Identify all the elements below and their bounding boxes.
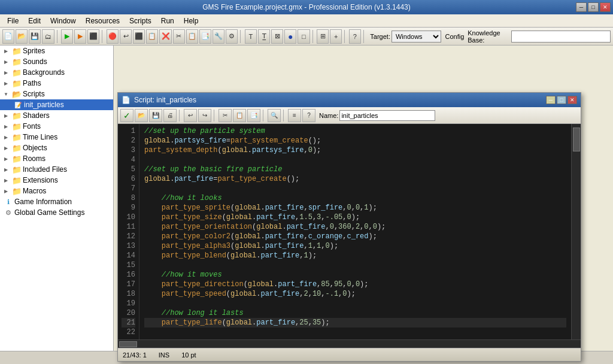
window-controls[interactable]: ─ □ ✕ [576,2,611,12]
new-button[interactable]: 📄 [2,29,14,44]
btn13[interactable]: T [245,29,257,44]
code-token: . [282,222,286,232]
run-button[interactable]: ▶ [61,29,73,44]
menu-file[interactable]: File [2,16,23,26]
minimize-button[interactable]: ─ [576,2,587,12]
sidebar-item-timelines[interactable]: ▶ 📁 Time Lines [0,132,113,142]
script-name-input[interactable] [339,110,435,121]
close-button[interactable]: ✕ [600,2,611,12]
dialog-maximize[interactable]: □ [557,96,566,104]
btn15[interactable]: ⊠ [271,29,283,44]
sidebar-item-paths[interactable]: ▶ 📁 Paths [0,78,113,89]
maximize-button[interactable]: □ [588,2,599,12]
expand-icon: ▶ [1,132,11,142]
expand-icon: ▶ [1,78,11,88]
dialog-minimize[interactable]: ─ [546,96,556,104]
folder-icon: 📁 [12,143,22,153]
btn12[interactable]: ⚙ [226,29,238,44]
print-btn[interactable]: 🖨 [163,109,177,122]
script-list-btn[interactable]: ≡ [288,109,301,122]
copy-btn[interactable]: 📋 [233,109,246,122]
code-line: part_type_sprite(global.part_fire,spr_fi… [144,203,566,213]
btn19[interactable]: + [330,29,342,44]
code-token: global [230,289,256,299]
btn6[interactable]: 📋 [146,29,158,44]
save-button[interactable]: 💾 [29,29,41,44]
sidebar-label: Included Files [23,165,67,174]
btn16[interactable]: ● [284,29,296,44]
btn8[interactable]: ✂ [173,29,185,44]
sidebar-item-fonts[interactable]: ▶ 📁 Fonts [0,121,113,132]
btn5[interactable]: ⬛ [133,29,145,44]
code-token [144,308,162,318]
search-btn[interactable]: 🔍 [268,109,281,122]
code-editor[interactable]: 12345 678910 1112131415 1617181920 2122 … [118,124,581,339]
dialog-controls[interactable]: ─ □ ✕ [546,96,577,104]
btn18[interactable]: ⊞ [317,29,329,44]
open-button[interactable]: 📂 [16,29,28,44]
btn14[interactable]: T̲ [258,29,270,44]
sidebar-item-objects[interactable]: ▶ 📁 Objects [0,142,113,153]
menu-resources[interactable]: Resources [81,16,125,26]
sidebar-item-game-settings[interactable]: ⚙ Global Game Settings [0,207,113,218]
code-token: , [312,213,317,222]
btn11[interactable]: 🔧 [213,29,224,44]
sidebar-item-rooms[interactable]: ▶ 📁 Rooms [0,153,113,164]
btn4[interactable]: ↩ [120,29,132,44]
sidebar-item-extensions[interactable]: ▶ 📁 Extensions [0,175,113,186]
help-button[interactable]: ? [349,29,361,44]
sidebar-item-scripts[interactable]: ▼ 📂 Scripts [0,89,113,99]
btn10[interactable]: 📑 [199,29,211,44]
stop-button[interactable]: ⬛ [87,29,99,44]
sidebar-item-init-particles[interactable]: 📝 init_particles [0,99,113,110]
code-token: global [235,241,260,251]
paste-btn[interactable]: 📑 [247,109,260,122]
btn3[interactable]: 🔴 [107,29,119,44]
btn7[interactable]: ❌ [159,29,171,44]
sidebar-label: Global Game Settings [14,208,84,217]
folder-icon: 📁 [12,78,22,88]
vertical-scrollbar[interactable] [571,124,581,339]
menu-edit[interactable]: Edit [23,16,45,26]
run-debug-button[interactable]: ▶ [74,29,86,44]
code-token: //set up the particle system [144,126,265,136]
code-token: part_type_sprite [162,203,230,213]
btn17[interactable]: □ [298,29,309,44]
code-token: , [304,145,308,155]
sidebar-item-game-info[interactable]: ℹ Game Information [0,196,113,207]
menu-window[interactable]: Window [45,16,81,26]
scrollbar-thumb[interactable] [573,128,580,151]
code-token [144,289,162,299]
check-btn[interactable]: ✓ [120,109,133,122]
sidebar-item-shaders[interactable]: ▶ 📁 Shaders [0,110,113,121]
open-script-btn[interactable]: 📂 [135,109,148,122]
code-token: , [342,232,347,241]
script-editor-dialog: 📄 Script: init_particles ─ □ ✕ ✓ 📂 💾 🖨 ↩… [117,92,581,362]
knowledge-input[interactable] [511,31,611,43]
sidebar-item-macros[interactable]: ▶ 📁 Macros [0,186,113,196]
dialog-close[interactable]: ✕ [568,96,577,104]
target-select[interactable]: Windows [392,31,442,43]
sidebar-item-included-files[interactable]: ▶ 📁 Included Files [0,164,113,175]
btn9[interactable]: 📋 [186,29,198,44]
menu-run[interactable]: Run [156,16,179,26]
save-script-btn[interactable]: 💾 [149,109,162,122]
code-text[interactable]: //set up the particle system global.part… [139,124,571,339]
sidebar-item-backgrounds[interactable]: ▶ 📁 Backgrounds [0,67,113,78]
redo-btn[interactable]: ↪ [198,109,211,122]
menu-scripts[interactable]: Scripts [125,16,156,26]
cut-btn[interactable]: ✂ [219,109,232,122]
save-all-button[interactable]: 🗂 [42,29,54,44]
undo-btn[interactable]: ↩ [184,109,197,122]
code-line [144,327,566,337]
scrollbar-thumb-h[interactable] [119,341,137,347]
code-token: 25 [299,318,308,327]
horizontal-scrollbar[interactable] [118,339,581,348]
code-token: part_fire [256,318,295,327]
sidebar-item-sprites[interactable]: ▶ 📁 Sprites [0,46,113,56]
help-script-btn[interactable]: ? [302,109,315,122]
code-token: 95 [334,280,342,289]
folder-open-icon: 📂 [12,89,22,99]
menu-help[interactable]: Help [179,16,204,26]
sidebar-item-sounds[interactable]: ▶ 📁 Sounds [0,56,113,67]
